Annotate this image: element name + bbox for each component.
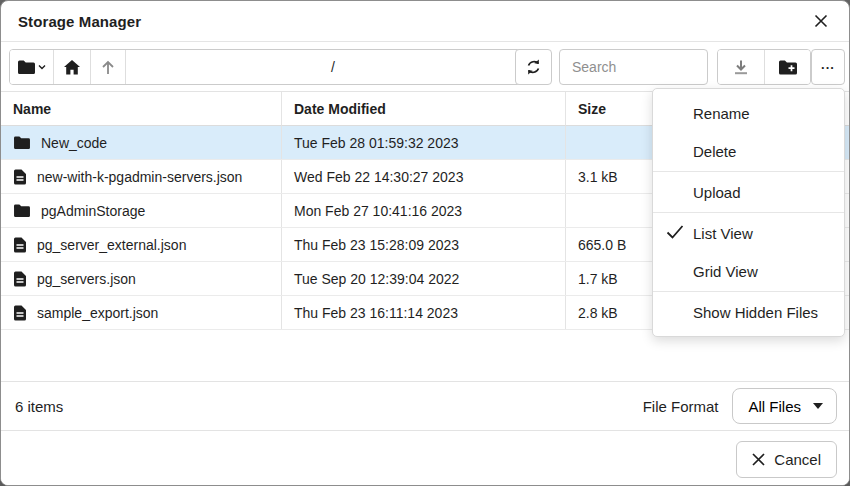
file-date: Thu Feb 23 16:11:14 2023 (282, 296, 566, 329)
chevron-down-icon (38, 64, 46, 70)
menu-item-upload[interactable]: Upload (653, 173, 844, 211)
column-header-date-modified[interactable]: Date Modified (282, 92, 566, 126)
file-icon (13, 271, 27, 287)
column-header-name[interactable]: Name (1, 92, 282, 126)
dialog-action-bar: Cancel (1, 430, 849, 486)
file-date: Mon Feb 27 10:41:16 2023 (282, 194, 566, 227)
file-icon (13, 169, 27, 185)
up-directory-button[interactable] (90, 50, 125, 84)
file-date: Tue Sep 20 12:39:04 2022 (282, 262, 566, 295)
menu-item-label: Grid View (693, 263, 758, 280)
arrow-up-icon (100, 59, 116, 76)
options-menu: Rename Delete Upload List View Grid View… (652, 88, 845, 337)
file-actions-group (717, 49, 811, 85)
ellipsis-icon: ... (821, 57, 835, 72)
dialog-title: Storage Manager (18, 13, 141, 30)
file-date: Thu Feb 23 15:28:09 2023 (282, 228, 566, 261)
menu-item-label: List View (693, 225, 753, 242)
file-name: pg_server_external.json (37, 237, 186, 253)
file-icon (13, 237, 27, 253)
status-bar: 6 items File Format All Files (1, 381, 849, 430)
home-icon (63, 59, 81, 76)
menu-divider (653, 291, 844, 292)
menu-item-rename[interactable]: Rename (653, 94, 844, 132)
cancel-button[interactable]: Cancel (736, 441, 837, 478)
download-button[interactable] (718, 50, 764, 84)
check-icon (666, 224, 684, 240)
refresh-button[interactable] (515, 49, 552, 85)
file-date: Tue Feb 28 01:59:32 2023 (282, 126, 566, 159)
cancel-label: Cancel (774, 451, 821, 468)
navigation-group: / (9, 49, 527, 85)
file-format-label: File Format (643, 398, 719, 415)
select-location-button[interactable] (10, 50, 53, 84)
file-name: pgAdminStorage (41, 203, 145, 219)
file-format-select[interactable]: All Files (732, 388, 837, 424)
file-name: New_code (41, 135, 107, 151)
toolbar: / (1, 42, 849, 92)
menu-item-list-view[interactable]: List View (653, 214, 844, 252)
path-input[interactable]: / (125, 50, 526, 84)
menu-item-grid-view[interactable]: Grid View (653, 252, 844, 290)
file-name: new-with-k-pgadmin-servers.json (37, 169, 242, 185)
folder-icon (13, 135, 31, 150)
menu-item-show-hidden-files[interactable]: Show Hidden Files (653, 293, 844, 331)
file-date: Wed Feb 22 14:30:27 2023 (282, 160, 566, 193)
search-input[interactable] (559, 49, 708, 85)
file-name: pg_servers.json (37, 271, 136, 287)
caret-down-icon (813, 403, 823, 409)
folder-icon (17, 59, 36, 75)
more-options-button[interactable]: ... (811, 49, 845, 85)
items-count: 6 items (15, 398, 63, 415)
menu-divider (653, 171, 844, 172)
new-folder-button[interactable] (764, 50, 810, 84)
download-icon (733, 59, 749, 76)
dialog-close-button[interactable] (809, 9, 833, 33)
refresh-icon (525, 58, 542, 76)
menu-item-label: Show Hidden Files (693, 304, 818, 321)
storage-manager-dialog: Storage Manager (0, 0, 850, 486)
file-name: sample_export.json (37, 305, 158, 321)
folder-icon (13, 203, 31, 218)
file-icon (13, 305, 27, 321)
close-icon (813, 13, 829, 29)
folder-plus-icon (778, 59, 798, 76)
close-icon (752, 453, 765, 466)
home-button[interactable] (53, 50, 90, 84)
dialog-titlebar: Storage Manager (1, 1, 849, 42)
menu-divider (653, 212, 844, 213)
file-format-value: All Files (748, 398, 801, 415)
menu-item-delete[interactable]: Delete (653, 132, 844, 170)
menu-item-label: Upload (693, 184, 741, 201)
menu-item-label: Delete (693, 143, 736, 160)
menu-item-label: Rename (693, 105, 750, 122)
